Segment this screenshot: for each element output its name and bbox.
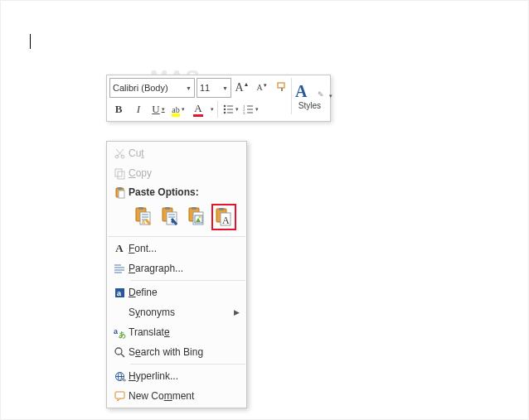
chevron-down-icon: ▼ <box>222 85 228 91</box>
separator <box>130 280 245 281</box>
menu-font[interactable]: A Font... <box>107 239 246 258</box>
svg-line-16 <box>116 149 123 157</box>
styles-icon: A <box>295 82 307 100</box>
context-menu: Cut Copy Paste Options: a A A Font... <box>106 141 247 408</box>
paste-options-row: a A <box>107 201 246 234</box>
svg-text:a: a <box>142 219 145 224</box>
menu-paragraph-label: Paragraph... <box>129 263 183 274</box>
menu-search-bing-label: Search with Bing <box>129 346 203 358</box>
svg-rect-30 <box>165 207 170 210</box>
svg-rect-35 <box>192 207 197 210</box>
menu-new-comment[interactable]: New Comment <box>107 386 246 406</box>
svg-point-5 <box>224 112 226 114</box>
svg-rect-18 <box>118 171 124 179</box>
svg-rect-21 <box>119 191 124 198</box>
font-size-select[interactable]: 11 ▼ <box>197 78 231 98</box>
scissors-icon <box>110 147 129 160</box>
translate-icon: aあ <box>110 326 129 339</box>
svg-text:A: A <box>222 215 230 226</box>
svg-point-52 <box>115 348 122 355</box>
format-painter-button[interactable] <box>273 79 291 97</box>
svg-text:3: 3 <box>243 111 245 115</box>
font-size-value: 11 <box>200 83 210 93</box>
svg-rect-0 <box>278 83 284 88</box>
menu-synonyms-label: Synonyms <box>129 307 175 318</box>
separator <box>217 101 218 118</box>
paragraph-icon <box>110 263 129 274</box>
menu-copy-label: Copy <box>129 167 152 179</box>
menu-new-comment-label: New Comment <box>129 390 194 402</box>
menu-search-bing[interactable]: Search with Bing <box>107 342 246 362</box>
paste-merge-icon <box>161 206 179 226</box>
highlight-color-button[interactable]: ab ▾ <box>169 100 187 118</box>
svg-line-53 <box>121 354 124 357</box>
chevron-down-icon[interactable]: ▾ <box>211 106 214 113</box>
paste-text-only-button[interactable]: A <box>211 204 236 230</box>
grow-font-button[interactable]: A▲ <box>233 79 251 97</box>
mini-toolbar: Calibri (Body) ▼ 11 ▼ A▲ A▼ B I U▾ ab <box>106 75 331 122</box>
paste-merge-button[interactable] <box>158 204 182 229</box>
separator <box>130 364 245 364</box>
svg-point-3 <box>224 109 226 111</box>
paste-options-header: Paste Options: <box>107 183 246 201</box>
svg-rect-20 <box>118 187 122 190</box>
font-color-button[interactable]: A <box>189 100 207 118</box>
menu-define[interactable]: a Define <box>107 282 246 302</box>
menu-copy: Copy <box>107 163 246 183</box>
svg-line-15 <box>117 149 124 157</box>
styles-button[interactable]: A ✎ ▾ Styles <box>291 78 328 114</box>
search-icon <box>110 346 129 359</box>
styles-label: Styles <box>298 101 321 110</box>
font-icon: A <box>110 242 129 255</box>
comment-icon <box>110 390 129 403</box>
clipboard-icon <box>110 186 129 199</box>
font-name-select[interactable]: Calibri (Body) ▼ <box>109 78 195 98</box>
paste-picture-icon <box>187 206 206 226</box>
svg-rect-17 <box>115 169 122 176</box>
menu-translate[interactable]: aあ Translate <box>107 322 246 342</box>
menu-cut-label: Cut <box>129 147 144 159</box>
menu-hyperlink[interactable]: Hyperlink... <box>107 366 246 386</box>
shrink-font-button[interactable]: A▼ <box>253 79 271 97</box>
chevron-down-icon: ▾ <box>329 93 332 99</box>
menu-cut: Cut <box>107 143 246 163</box>
menu-paragraph[interactable]: Paragraph... <box>107 258 246 278</box>
svg-text:あ: あ <box>119 331 126 339</box>
svg-point-1 <box>224 105 226 108</box>
copy-icon <box>110 167 129 180</box>
svg-rect-23 <box>138 207 143 210</box>
underline-button[interactable]: U▾ <box>149 100 167 118</box>
menu-synonyms[interactable]: Synonyms ▶ <box>107 302 246 322</box>
svg-point-57 <box>123 379 125 381</box>
define-icon: a <box>110 287 129 299</box>
bullets-icon <box>222 104 234 115</box>
bullets-button[interactable]: ▾ <box>221 100 240 118</box>
menu-define-label: Define <box>129 287 158 298</box>
format-painter-icon <box>275 81 289 94</box>
chevron-down-icon: ▼ <box>186 85 192 91</box>
paste-keep-source-button[interactable]: a <box>132 204 155 229</box>
svg-rect-41 <box>219 208 224 210</box>
font-name-value: Calibri (Body) <box>113 83 168 93</box>
text-cursor <box>30 34 31 49</box>
menu-translate-label: Translate <box>129 326 170 338</box>
brush-icon: ✎ <box>318 90 324 99</box>
paste-options-label: Paste Options: <box>129 186 199 198</box>
svg-rect-58 <box>115 392 124 398</box>
paste-text-only-icon: A <box>215 207 233 227</box>
separator <box>108 236 245 237</box>
numbering-button[interactable]: 1 2 3 ▾ <box>241 100 260 118</box>
menu-font-label: Font... <box>129 243 157 254</box>
paste-keep-source-icon: a <box>134 206 153 226</box>
numbering-icon: 1 2 3 <box>242 104 254 115</box>
bold-button[interactable]: B <box>109 100 128 118</box>
menu-hyperlink-label: Hyperlink... <box>129 370 178 382</box>
italic-button[interactable]: I <box>129 100 148 118</box>
svg-point-39 <box>199 216 201 219</box>
submenu-arrow-icon: ▶ <box>234 308 240 316</box>
paste-picture-button[interactable] <box>185 204 208 229</box>
hyperlink-icon <box>110 370 129 383</box>
